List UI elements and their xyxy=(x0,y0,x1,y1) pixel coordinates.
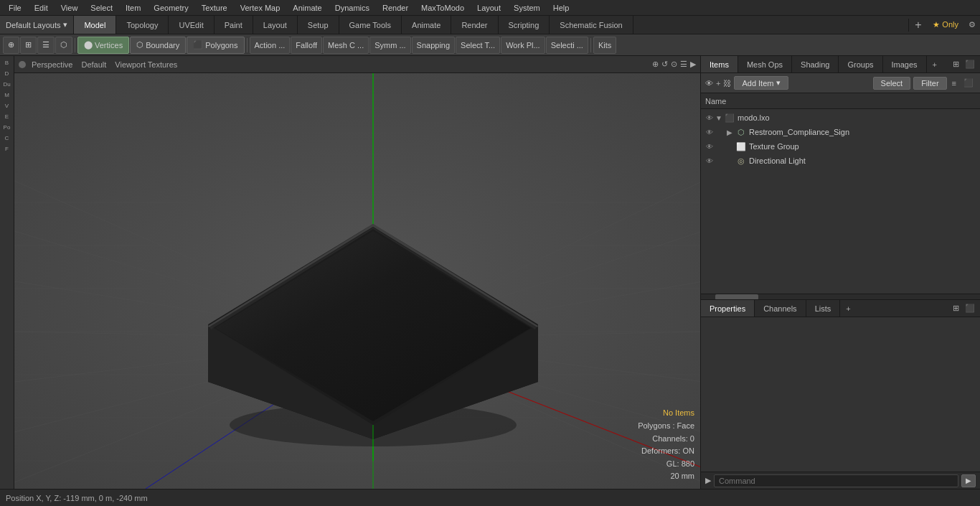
tree-row-mesh[interactable]: 👁 ▶ ⬡ Restroom_Compliance_Sign xyxy=(701,125,980,139)
layout-add-button[interactable]: + xyxy=(908,19,927,32)
left-sidebar-item-4[interactable]: M xyxy=(1,90,14,100)
right-collapse-btn[interactable]: ≡ xyxy=(950,79,958,88)
lower-tab-add[interactable]: + xyxy=(840,300,856,317)
layout-tab-model[interactable]: Model xyxy=(74,16,116,34)
menu-edit[interactable]: Edit xyxy=(29,2,54,14)
command-input[interactable] xyxy=(714,474,958,487)
eye-toggle-root[interactable]: 👁 xyxy=(704,112,715,123)
toolbar-mesh-btn[interactable]: Mesh C ... xyxy=(323,37,369,54)
layout-tab-topology[interactable]: Topology xyxy=(116,16,169,34)
menu-texture[interactable]: Texture xyxy=(196,2,233,14)
toolbar-select-t-btn[interactable]: Select T... xyxy=(456,37,500,54)
mm-info: 20 mm xyxy=(638,470,694,483)
layout-tab-paint[interactable]: Paint xyxy=(215,16,253,34)
right-tab-images[interactable]: Images xyxy=(883,56,927,72)
toolbar-vertices-mode[interactable]: ⬤ Vertices xyxy=(77,37,129,54)
left-sidebar-item-9[interactable]: F xyxy=(1,144,14,154)
layout-tab-scripting[interactable]: Scripting xyxy=(499,16,550,34)
menu-animate[interactable]: Animate xyxy=(287,2,327,14)
menu-item[interactable]: Item xyxy=(120,2,146,14)
left-sidebar-item-1[interactable]: B xyxy=(1,57,14,67)
toolbar-selecti-btn[interactable]: Selecti ... xyxy=(546,37,588,54)
menu-dynamics[interactable]: Dynamics xyxy=(329,2,375,14)
items-tree[interactable]: 👁 ▼ ⬛ modo.lxo 👁 ▶ ⬡ Restroom_Compliance… xyxy=(701,109,980,294)
eye-toggle-light[interactable]: 👁 xyxy=(704,155,715,167)
plus-icon[interactable]: + xyxy=(716,79,720,88)
menu-select[interactable]: Select xyxy=(85,2,118,14)
menu-help[interactable]: Help xyxy=(547,2,575,14)
layout-tab-uvedit[interactable]: UVEdit xyxy=(169,16,214,34)
layout-tab-render[interactable]: Render xyxy=(451,16,498,34)
canvas-area[interactable]: X Y Z No Items Polygons : Face Channels:… xyxy=(14,73,700,489)
command-expand-icon[interactable]: ▶ xyxy=(705,476,711,485)
default-layouts-button[interactable]: Default Layouts ▾ xyxy=(0,16,74,34)
layout-tab-animate[interactable]: Animate xyxy=(402,16,451,34)
menu-maxtomodo[interactable]: MaxToModo xyxy=(415,2,470,14)
eye-toggle-mesh[interactable]: 👁 xyxy=(704,126,715,138)
right-tab-add[interactable]: + xyxy=(927,56,943,72)
tree-arrow-mesh[interactable]: ▶ xyxy=(727,128,735,136)
right-panel-expand[interactable]: ⬛ xyxy=(963,60,977,69)
left-sidebar-item-2[interactable]: D xyxy=(1,68,14,78)
right-expand-btn[interactable]: ⬛ xyxy=(961,78,976,88)
toolbar-falloff-btn[interactable]: Falloff xyxy=(291,37,322,54)
menu-geometry[interactable]: Geometry xyxy=(148,2,194,14)
left-sidebar-item-7[interactable]: Po xyxy=(1,122,14,132)
toolbar-boundary-mode[interactable]: ⬡ Boundary xyxy=(130,37,186,54)
eye-toggle-texture[interactable]: 👁 xyxy=(704,141,715,152)
toolbar-icon4[interactable]: ⬡ xyxy=(55,37,72,54)
toolbar-icon2[interactable]: ⊞ xyxy=(20,37,37,54)
lower-tab-channels[interactable]: Channels xyxy=(755,300,806,317)
left-sidebar-item-5[interactable]: V xyxy=(1,100,14,111)
left-sidebar-item-6[interactable]: E xyxy=(1,111,14,121)
viewport-action-home[interactable]: ⊕ xyxy=(652,60,659,69)
toolbar-kits-btn[interactable]: Kits xyxy=(593,37,616,54)
menu-render[interactable]: Render xyxy=(377,2,414,14)
right-panel-pin[interactable]: ⊞ xyxy=(951,60,961,69)
left-sidebar-item-3[interactable]: Du xyxy=(1,79,14,89)
lower-expand-btn[interactable]: ⬛ xyxy=(963,304,977,313)
toolbar-icon1[interactable]: ⊕ xyxy=(3,37,19,54)
left-sidebar-item-8[interactable]: C xyxy=(1,133,14,143)
link-icon[interactable]: ⛓ xyxy=(723,79,731,88)
eye-icon[interactable]: 👁 xyxy=(705,79,713,88)
right-tab-mesh-ops[interactable]: Mesh Ops xyxy=(738,56,792,72)
layout-tab-setup[interactable]: Setup xyxy=(298,16,339,34)
toolbar-icon3[interactable]: ☰ xyxy=(37,37,55,54)
layout-settings-button[interactable]: ⚙ xyxy=(964,20,980,29)
toolbar-workpl-btn[interactable]: Work Pl... xyxy=(501,37,545,54)
menu-system[interactable]: System xyxy=(508,2,546,14)
filter-button[interactable]: Filter xyxy=(913,77,946,90)
layout-tab-gametools[interactable]: Game Tools xyxy=(339,16,402,34)
lower-tab-lists[interactable]: Lists xyxy=(806,300,841,317)
right-tab-items[interactable]: Items xyxy=(701,56,738,72)
menu-view[interactable]: View xyxy=(55,2,84,14)
right-panel-scrollbar[interactable] xyxy=(701,294,980,299)
tree-row-light[interactable]: 👁 ▶ ◎ Directional Light xyxy=(701,154,980,168)
toolbar-snapping-btn[interactable]: Snapping xyxy=(412,37,456,54)
menu-layout[interactable]: Layout xyxy=(471,2,507,14)
toolbar-polygons-mode[interactable]: ⬛ Polygons xyxy=(187,37,244,54)
right-tab-groups[interactable]: Groups xyxy=(839,56,882,72)
viewport-action-play[interactable]: ▶ xyxy=(690,60,696,69)
lower-tab-properties[interactable]: Properties xyxy=(701,300,755,317)
viewport-action-settings[interactable]: ☰ xyxy=(680,60,687,69)
toolbar-symm-btn[interactable]: Symm ... xyxy=(369,37,410,54)
lower-collapse-btn[interactable]: ⊞ xyxy=(951,304,961,313)
select-button[interactable]: Select xyxy=(873,77,911,90)
toolbar-action-btn[interactable]: Action ... xyxy=(250,37,291,54)
viewport-action-rotate[interactable]: ↺ xyxy=(661,60,668,69)
right-tab-shading[interactable]: Shading xyxy=(792,56,839,72)
command-go-button[interactable]: ▶ xyxy=(961,474,976,487)
menu-file[interactable]: File xyxy=(3,2,27,14)
layout-tab-schematic[interactable]: Schematic Fusion xyxy=(550,16,633,34)
left-sidebar: B D Du M V E Po C F xyxy=(0,56,14,489)
star-only-button[interactable]: ★ Only xyxy=(927,20,964,29)
tree-row-root[interactable]: 👁 ▼ ⬛ modo.lxo xyxy=(701,111,980,125)
menu-vertex-map[interactable]: Vertex Map xyxy=(235,2,286,14)
layout-tab-layout[interactable]: Layout xyxy=(253,16,298,34)
viewport-action-zoom[interactable]: ⊙ xyxy=(671,60,677,69)
tree-arrow-root[interactable]: ▼ xyxy=(715,114,724,122)
tree-row-texture[interactable]: 👁 ▶ ⬜ Texture Group xyxy=(701,139,980,154)
add-item-button[interactable]: Add Item ▾ xyxy=(734,76,788,90)
